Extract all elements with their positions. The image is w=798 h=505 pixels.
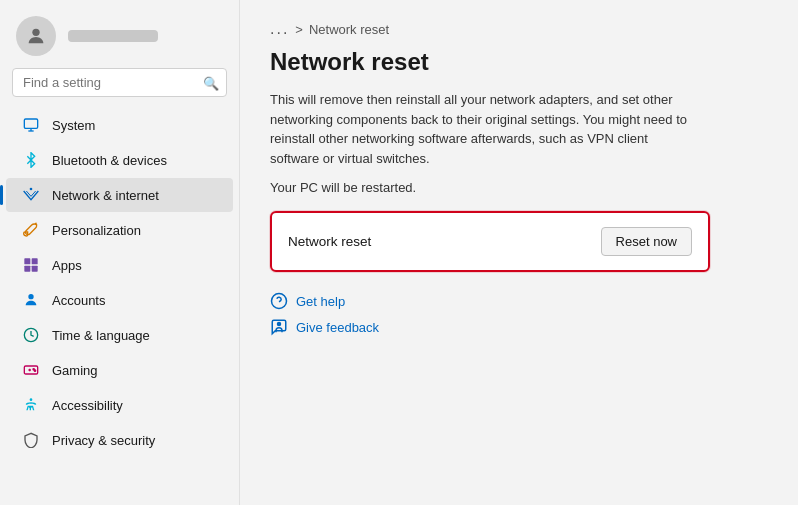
reset-now-button[interactable]: Reset now (601, 227, 692, 256)
sidebar-item-system[interactable]: System (6, 108, 233, 142)
clock-icon (22, 326, 40, 344)
sidebar-item-label: Gaming (52, 363, 98, 378)
monitor-icon (22, 116, 40, 134)
gaming-icon (22, 361, 40, 379)
svg-rect-5 (24, 258, 30, 264)
svg-rect-8 (32, 266, 38, 272)
svg-point-16 (30, 398, 33, 401)
avatar (16, 16, 56, 56)
breadcrumb-dots: ... (270, 20, 289, 38)
sidebar-item-label: Privacy & security (52, 433, 155, 448)
search-icon: 🔍 (203, 75, 219, 90)
help-icon (270, 292, 288, 310)
sidebar-item-label: Bluetooth & devices (52, 153, 167, 168)
sidebar-item-network[interactable]: Network & internet (6, 178, 233, 212)
main-content: ... > Network reset Network reset This w… (240, 0, 798, 505)
svg-point-0 (32, 29, 39, 36)
sidebar-item-label: Apps (52, 258, 82, 273)
apps-icon (22, 256, 40, 274)
svg-rect-6 (32, 258, 38, 264)
get-help-link[interactable]: Get help (270, 292, 768, 310)
description-text: This will remove then reinstall all your… (270, 90, 700, 168)
shield-icon (22, 431, 40, 449)
sidebar-item-label: Time & language (52, 328, 150, 343)
sidebar-item-bluetooth[interactable]: Bluetooth & devices (6, 143, 233, 177)
sidebar-item-personalization[interactable]: Personalization (6, 213, 233, 247)
sidebar-item-privacy[interactable]: Privacy & security (6, 423, 233, 457)
restart-notice: Your PC will be restarted. (270, 180, 768, 195)
sidebar-item-label: Network & internet (52, 188, 159, 203)
sidebar-item-accessibility[interactable]: Accessibility (6, 388, 233, 422)
sidebar-item-label: System (52, 118, 95, 133)
breadcrumb-separator: > (295, 22, 303, 37)
sidebar-item-apps[interactable]: Apps (6, 248, 233, 282)
svg-rect-7 (24, 266, 30, 272)
breadcrumb-current: Network reset (309, 22, 389, 37)
app-container: 🔍 System Bluetooth & devices (0, 0, 798, 505)
search-input[interactable] (12, 68, 227, 97)
page-title: Network reset (270, 48, 768, 76)
feedback-icon (270, 318, 288, 336)
nav-list: System Bluetooth & devices Network & int… (0, 107, 239, 505)
get-help-label: Get help (296, 294, 345, 309)
accessibility-icon (22, 396, 40, 414)
sidebar-item-label: Accounts (52, 293, 105, 308)
sidebar: 🔍 System Bluetooth & devices (0, 0, 240, 505)
person-icon (22, 291, 40, 309)
breadcrumb: ... > Network reset (270, 20, 768, 38)
give-feedback-link[interactable]: Give feedback (270, 318, 768, 336)
svg-point-4 (30, 188, 33, 191)
reset-card-label: Network reset (288, 234, 371, 249)
svg-rect-1 (24, 119, 37, 128)
give-feedback-label: Give feedback (296, 320, 379, 335)
user-name (68, 30, 158, 42)
help-links: Get help Give feedback (270, 292, 768, 336)
sidebar-item-accounts[interactable]: Accounts (6, 283, 233, 317)
brush-icon (22, 221, 40, 239)
network-reset-card: Network reset Reset now (270, 211, 710, 272)
bluetooth-icon (22, 151, 40, 169)
sidebar-item-label: Personalization (52, 223, 141, 238)
user-profile (0, 0, 239, 68)
svg-point-9 (28, 294, 33, 299)
sidebar-item-label: Accessibility (52, 398, 123, 413)
user-icon (25, 25, 47, 47)
svg-point-15 (34, 370, 35, 371)
sidebar-item-time[interactable]: Time & language (6, 318, 233, 352)
search-box[interactable]: 🔍 (12, 68, 227, 97)
sidebar-item-gaming[interactable]: Gaming (6, 353, 233, 387)
network-icon (22, 186, 40, 204)
svg-point-19 (277, 322, 282, 327)
